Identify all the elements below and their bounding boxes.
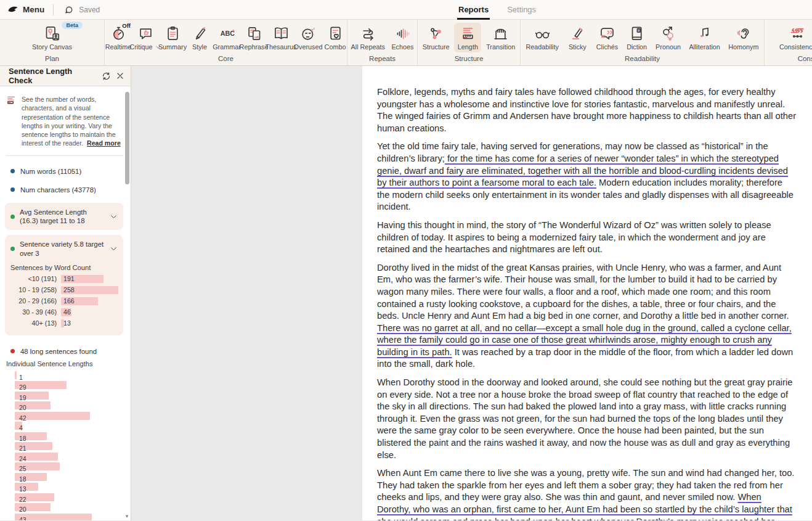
- menu-button[interactable]: Menu: [0, 0, 53, 19]
- sentence-length-bar-row[interactable]: 43: [15, 514, 123, 520]
- sentence-length-value: 13: [15, 486, 26, 493]
- refresh-icon[interactable]: [102, 72, 111, 81]
- toolbar-item-combo[interactable]: Combo: [322, 23, 349, 52]
- stat-row[interactable]: Num characters (43778): [0, 181, 123, 199]
- sentence-length-value: 1: [15, 374, 23, 381]
- sentence-length-bar-row[interactable]: 18: [15, 432, 123, 440]
- diction-icon: D: [628, 25, 645, 42]
- length-icon: [460, 25, 476, 42]
- sentence-length-bar-row[interactable]: 25: [15, 462, 123, 470]
- metric-card-header[interactable]: Sentence variety 5.8 target over 3: [10, 240, 118, 258]
- tab-settings[interactable]: Settings: [506, 0, 537, 20]
- sentence-length-bar-row[interactable]: 19: [15, 392, 123, 400]
- toolbar-item-pronoun[interactable]: Pronoun: [652, 23, 684, 52]
- toolbar-item-label: Clichés: [596, 43, 618, 51]
- toolbar-item-realtime[interactable]: OffRealtime: [105, 23, 132, 52]
- word-count-bar-row: 20 - 29 (166) 166: [10, 297, 118, 305]
- toolbar-item-transition[interactable]: Transition: [483, 23, 518, 52]
- sentence-length-bar-row[interactable]: 20: [15, 401, 123, 409]
- sentence-length-bar-row[interactable]: 4: [15, 422, 123, 430]
- toolbar-item-echoes[interactable]: Echoes: [388, 23, 416, 52]
- chevron-down-icon[interactable]: [109, 212, 118, 221]
- toolbar-item-diction[interactable]: DDiction: [623, 23, 651, 52]
- sentence-length-bar-row[interactable]: 20: [15, 503, 123, 511]
- word-count-bar: 258: [61, 286, 118, 294]
- scroll-down-arrow[interactable]: ▼: [124, 514, 129, 519]
- sentence-length-bar-row[interactable]: 21: [15, 442, 123, 450]
- toolbar-item-label: Length: [458, 43, 478, 51]
- metric-card: Sentence variety 5.8 target over 3 Sente…: [5, 235, 123, 335]
- toolbar-item-thesaurus[interactable]: Thesaurus: [267, 23, 294, 52]
- summary-icon: [164, 25, 181, 42]
- toolbar-item-structure[interactable]: Structure: [420, 23, 453, 52]
- svg-text:ABC: ABC: [220, 30, 234, 37]
- document-paragraph[interactable]: Yet the old time fairy tale, having serv…: [377, 141, 797, 213]
- off-badge: Off: [122, 22, 131, 29]
- document-paragraph[interactable]: Dorothy lived in the midst of the great …: [377, 262, 797, 371]
- sentence-length-bar-row[interactable]: 24: [15, 453, 123, 461]
- stat-row[interactable]: Num words (11051): [0, 162, 123, 181]
- sidebar-scrollbar-thumb[interactable]: [125, 92, 129, 184]
- story-canvas-icon: [44, 25, 60, 42]
- toolbar-item-grammar[interactable]: ABCGrammar: [213, 23, 240, 52]
- critique-icon: [137, 25, 154, 42]
- toolbar-item-label: Overused: [294, 43, 323, 51]
- word-count-bar: 191: [61, 275, 104, 283]
- document-page[interactable]: Folklore, legends, myths and fairy tales…: [362, 66, 812, 520]
- svg-text:D: D: [638, 28, 641, 32]
- toolbar-item-clichés[interactable]: Clichés: [593, 23, 621, 52]
- document-paragraph[interactable]: Folklore, legends, myths and fairy tales…: [377, 86, 797, 134]
- toolbar-group-label: Repeats: [347, 54, 417, 65]
- echoes-icon: [394, 25, 411, 42]
- metric-card-header[interactable]: Avg Sentence Length (16.3) target 11 to …: [10, 208, 118, 226]
- toolbar-item-story-canvas[interactable]: BetaStory Canvas: [29, 23, 75, 52]
- chevron-down-icon[interactable]: [109, 244, 118, 253]
- toolbar-item-label: Summary: [158, 43, 187, 51]
- toolbar-item-label: Thesaurus: [266, 43, 297, 51]
- toolbar-item-alliteration[interactable]: Alliteration: [686, 23, 723, 52]
- toolbar-item-length[interactable]: Length: [454, 23, 481, 52]
- red-dot-icon: [10, 349, 15, 353]
- tab-reports[interactable]: Reports: [457, 0, 490, 20]
- document-paragraph[interactable]: When Dorothy stood in the doorway and lo…: [377, 377, 797, 461]
- sentence-length-value: 25: [15, 466, 26, 472]
- sentence-length-bar-row[interactable]: 18: [15, 473, 123, 481]
- combo-icon: [327, 25, 344, 42]
- toolbar-item-summary[interactable]: Summary: [159, 23, 186, 52]
- toolbar-item-critique[interactable]: Critique: [132, 23, 159, 52]
- sentence-length-bar-row[interactable]: 22: [15, 493, 123, 501]
- toolbar-group-plan: BetaStory CanvasPlan: [0, 20, 105, 65]
- toolbar-item-rephrase[interactable]: Rephrase: [240, 23, 267, 52]
- metric-card: Avg Sentence Length (16.3) target 11 to …: [5, 203, 123, 231]
- individual-lengths-title: Individual Sentence Lengths: [0, 358, 123, 371]
- toolbar-item-overused[interactable]: zzOverused: [294, 23, 322, 52]
- close-icon[interactable]: [116, 72, 124, 80]
- rephrase-icon: [246, 25, 262, 42]
- long-sentences-label: 48 long sentences found: [20, 348, 97, 355]
- toolbar-item-consistency[interactable]: Consistency: [776, 23, 812, 52]
- all-repeats-icon: [360, 25, 376, 42]
- word-count-bucket-label: 40+ (13): [10, 319, 61, 327]
- sentence-length-value: 19: [15, 395, 26, 401]
- toolbar-item-label: Alliteration: [689, 43, 720, 51]
- toolbar-group-core: OffRealtimeCritiqueSummaryStyleABCGramma…: [105, 20, 347, 65]
- document-paragraph[interactable]: Having this thought in mind, the story o…: [377, 219, 797, 256]
- sentence-length-bar-row[interactable]: 1: [15, 371, 123, 379]
- toolbar-item-sticky[interactable]: Sticky: [564, 23, 591, 52]
- toolbar-item-style[interactable]: Style: [186, 23, 213, 52]
- long-sentences-stat: 48 long sentences found: [0, 340, 123, 358]
- toolbar-item-label: Transition: [486, 43, 515, 51]
- document-text: Dorothy lived in the midst of the great …: [377, 263, 789, 321]
- word-count-value: 166: [61, 297, 75, 305]
- toolbar-item-readability[interactable]: Readability: [522, 23, 561, 52]
- grammar-icon: ABC: [219, 25, 235, 42]
- sentence-length-bar-row[interactable]: 29: [15, 381, 123, 389]
- sentence-length-bar-row[interactable]: 42: [15, 412, 123, 420]
- read-more-link[interactable]: Read more: [87, 139, 121, 147]
- metric-label: Sentence variety 5.8 target over 3: [20, 240, 104, 258]
- toolbar-item-all-repeats[interactable]: All Repeats: [348, 23, 388, 52]
- sentence-length-bar-row[interactable]: 13: [15, 483, 123, 491]
- toolbar-item-homonym[interactable]: Homonym: [725, 23, 761, 52]
- document-paragraph[interactable]: When Aunt Em came there to live she was …: [377, 467, 797, 520]
- toolbar-item-label: Structure: [423, 43, 450, 51]
